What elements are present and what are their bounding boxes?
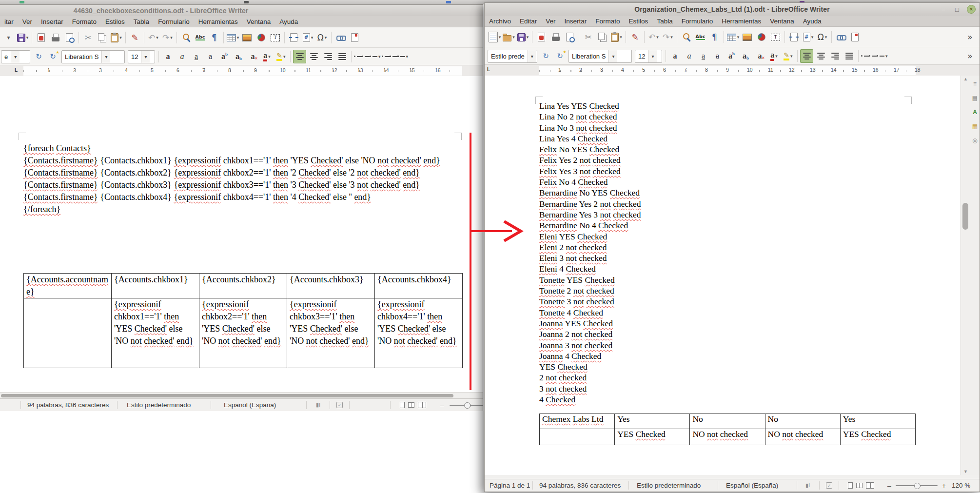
superscript-icon[interactable]: a: [218, 50, 231, 63]
right-document-page[interactable]: Lina Yes YES CheckedLina No 2 not checke…: [485, 76, 980, 475]
doc-paragraph[interactable]: {/foreach}: [23, 203, 466, 216]
doc-line[interactable]: Joanna 4 Checked: [539, 351, 641, 361]
clone-formatting-icon[interactable]: ✎: [128, 31, 141, 44]
chevron-down-icon[interactable]: ▾: [268, 54, 271, 59]
multi-page-view-icon[interactable]: [856, 483, 862, 488]
clear-formatting-icon[interactable]: a: [753, 49, 766, 63]
right-titlebar[interactable]: Organization_Chemex_Labs_Ltd (1).odt - L…: [485, 3, 980, 16]
page-number[interactable]: Página 1 de 1: [490, 479, 530, 492]
scroll-down-icon[interactable]: ▼: [961, 469, 970, 474]
strikethrough-icon[interactable]: a: [204, 50, 217, 63]
hyperlink-icon[interactable]: [834, 30, 847, 44]
doc-line[interactable]: Lina No 2 not checked: [539, 111, 641, 122]
doc-line[interactable]: Lina No 3 not checked: [539, 122, 641, 133]
doc-line[interactable]: Felix Yes 2 not checked: [539, 155, 641, 165]
align-left-icon[interactable]: [800, 49, 813, 63]
doc-line[interactable]: Joanna YES Checked: [539, 318, 641, 329]
print-preview-icon[interactable]: [563, 30, 576, 44]
menu-formulario[interactable]: Formulario: [154, 18, 194, 25]
accounts-template-table[interactable]: {Accounts.accountname}{Accounts.chkbox1}…: [23, 273, 463, 368]
insert-textbox-icon[interactable]: T: [769, 30, 782, 44]
rendered-result-table[interactable]: Chemex Labs LtdYesNoNoYesYES CheckedNO n…: [539, 414, 916, 445]
chevron-down-icon[interactable]: ▾: [119, 35, 122, 40]
open-icon[interactable]: ▾: [502, 30, 515, 44]
chevron-down-icon[interactable]: ▾: [528, 50, 536, 62]
chevron-down-icon[interactable]: ▾: [670, 35, 673, 39]
sidebar-page-icon[interactable]: ▤: [972, 95, 978, 101]
chevron-down-icon[interactable]: ▾: [811, 35, 814, 39]
table-cell[interactable]: {expressionif chkbox2=='1' then 'YES Che…: [199, 298, 287, 368]
chevron-down-icon[interactable]: ▾: [527, 35, 529, 39]
font-name-combo[interactable]: Liberation S ▾: [568, 50, 632, 63]
chevron-down-icon[interactable]: ▾: [620, 35, 622, 39]
table-cell[interactable]: NO not checked: [690, 429, 765, 445]
page-break-icon[interactable]: [287, 31, 300, 44]
table-cell[interactable]: [540, 429, 615, 445]
menu-estilos[interactable]: Estilos: [101, 18, 129, 25]
highlight-color-icon[interactable]: ✎▾: [274, 50, 288, 63]
scrollbar-thumb[interactable]: [962, 203, 968, 230]
table-cell[interactable]: {expressionif chkbox4=='1' then 'YES Che…: [375, 298, 463, 368]
table-cell[interactable]: {Accounts.chkbox2}: [199, 274, 287, 298]
minimize-button[interactable]: –: [940, 5, 947, 13]
doc-line[interactable]: Eleni YES Checked: [539, 231, 641, 242]
left-document-page[interactable]: {foreach Contacts}{Contacts.firstname} {…: [0, 76, 483, 392]
menu-formulario[interactable]: Formulario: [677, 18, 718, 25]
tab-stop-selector[interactable]: L: [487, 67, 490, 72]
clear-formatting-icon[interactable]: a: [246, 50, 259, 63]
menu-formato[interactable]: Formato: [591, 18, 624, 25]
undo-icon[interactable]: ↶▾: [647, 30, 660, 44]
chevron-down-icon[interactable]: ▾: [608, 50, 617, 62]
insert-chart-icon[interactable]: [755, 30, 768, 44]
highlight-color-icon[interactable]: ✎▾: [782, 49, 795, 63]
menu-tabla[interactable]: Tabla: [129, 18, 154, 25]
menu-estilos[interactable]: Estilos: [625, 18, 653, 25]
new-style-icon[interactable]: ↻: [553, 49, 567, 63]
menu-ventana[interactable]: Ventana: [242, 18, 275, 25]
special-character-icon[interactable]: Ω▾: [315, 31, 329, 44]
table-cell[interactable]: [24, 298, 112, 368]
horizontal-scrollbar[interactable]: [0, 392, 483, 399]
copy-icon[interactable]: [596, 30, 609, 44]
insert-textbox-icon[interactable]: T: [269, 31, 282, 44]
update-style-icon[interactable]: ↻: [32, 50, 45, 63]
numbered-list-icon[interactable]: ▾: [382, 50, 409, 63]
doc-line[interactable]: Joanna 2 not checked: [539, 329, 641, 339]
menu-insertar[interactable]: Insertar: [560, 18, 591, 25]
table-cell[interactable]: NO not checked: [765, 429, 840, 445]
table-cell[interactable]: YES Checked: [840, 429, 915, 445]
special-character-icon[interactable]: Ω▾: [816, 30, 829, 44]
menu-itar[interactable]: itar: [0, 18, 18, 25]
menu-ayuda[interactable]: Ayuda: [799, 18, 826, 25]
table-cell[interactable]: Yes: [840, 414, 915, 429]
sidebar-styles-icon[interactable]: A: [973, 109, 977, 116]
doc-paragraph[interactable]: {Contacts.firstname} {Contacts.chkbox1} …: [23, 155, 466, 167]
sidebar-settings-icon[interactable]: ≡: [973, 80, 977, 87]
chevron-down-icon[interactable]: ▾: [311, 35, 314, 40]
table-cell[interactable]: {Accounts.accountname}: [24, 274, 112, 298]
toolbar-overflow-icon[interactable]: »: [963, 30, 977, 44]
template-text[interactable]: {foreach Contacts}{Contacts.firstname} {…: [23, 142, 466, 216]
font-size-combo[interactable]: 12 ▾: [635, 50, 662, 63]
zoom-out-button[interactable]: –: [887, 479, 891, 492]
copy-icon[interactable]: [96, 31, 109, 44]
subscript-icon[interactable]: a: [739, 49, 752, 63]
export-pdf-icon[interactable]: [535, 30, 548, 44]
spelling-icon[interactable]: Abc: [694, 30, 707, 44]
paragraph-style-combo[interactable]: Estilo prede ▾: [488, 50, 537, 63]
table-cell[interactable]: Chemex Labs Ltd: [540, 414, 615, 429]
insert-chart-icon[interactable]: [255, 31, 268, 44]
book-view-icon[interactable]: [418, 402, 426, 408]
subscript-icon[interactable]: a: [232, 50, 245, 63]
save-icon[interactable]: ▾: [516, 30, 529, 44]
chevron-down-icon[interactable]: ▾: [283, 54, 286, 59]
menu-editar[interactable]: Editar: [515, 18, 541, 25]
doc-paragraph[interactable]: {Contacts.firstname} {Contacts.chkbox4} …: [23, 191, 466, 203]
page-style[interactable]: Estilo predeterminado: [637, 479, 701, 492]
align-justify-icon[interactable]: [843, 49, 856, 63]
sidebar-navigator-icon[interactable]: ◎: [972, 137, 977, 144]
doc-line[interactable]: 3 not checked: [539, 383, 641, 394]
menu-ver[interactable]: Ver: [541, 18, 560, 25]
text-language[interactable]: Español (España): [726, 479, 778, 492]
new-dropdown-icon[interactable]: ▾: [2, 31, 15, 44]
